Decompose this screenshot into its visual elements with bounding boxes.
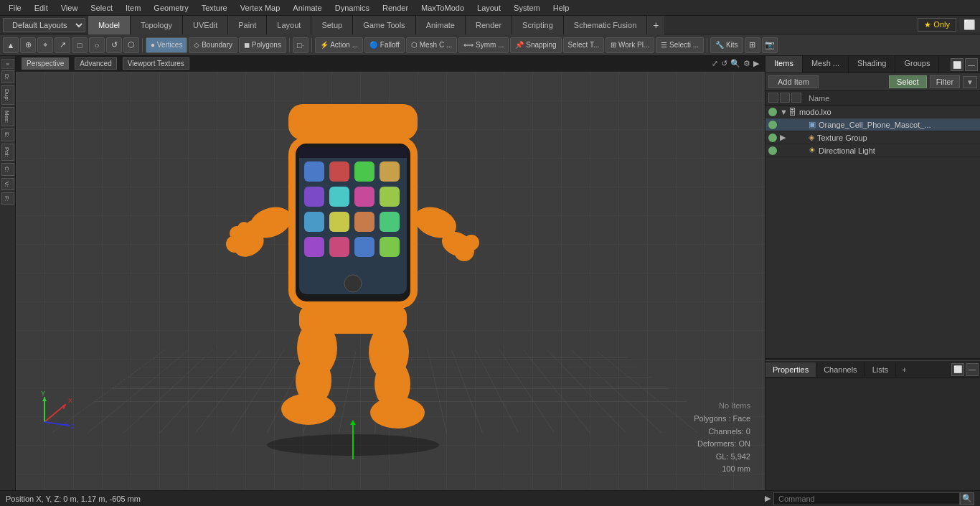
menu-dynamics[interactable]: Dynamics bbox=[329, 2, 375, 14]
tool-polygons-btn[interactable]: ◼ Polygons bbox=[239, 37, 286, 53]
vp-reset-btn[interactable]: ↺ bbox=[721, 59, 727, 68]
tool-grid-icon[interactable]: ⊞ bbox=[745, 37, 760, 53]
tool-arrow-icon[interactable]: ↗ bbox=[55, 37, 70, 53]
right-tab-items[interactable]: Items bbox=[765, 56, 803, 72]
tab-uvedit[interactable]: UVEdit bbox=[183, 16, 228, 34]
tab-animate[interactable]: Animate bbox=[416, 16, 466, 34]
sidebar-section-f[interactable]: F: bbox=[1, 192, 14, 205]
tool-select-t-btn[interactable]: Select T... bbox=[563, 37, 605, 53]
right-tab-groups[interactable]: Groups bbox=[895, 56, 939, 72]
right-panel-expand-btn[interactable]: ⬜ bbox=[951, 58, 963, 71]
tool-symm-btn[interactable]: ⟺ Symm ... bbox=[458, 37, 509, 53]
tool-camera-icon[interactable]: 📷 bbox=[762, 37, 778, 53]
props-tab-channels[interactable]: Channels bbox=[816, 362, 864, 377]
tool-circle-icon[interactable]: ○ bbox=[89, 37, 105, 53]
right-tab-mesh[interactable]: Mesh ... bbox=[803, 56, 849, 72]
vp-expand-btn[interactable]: ▶ bbox=[753, 59, 759, 68]
vp-tab-textures[interactable]: Viewport Textures bbox=[123, 57, 189, 70]
item-expand-arrow[interactable]: ▼ bbox=[780, 108, 788, 116]
tool-snapping-btn[interactable]: 📌 Snapping bbox=[510, 37, 561, 53]
item-mascot[interactable]: ▣ Orange_Cell_Phone_Mascot_... bbox=[765, 118, 980, 131]
menu-file[interactable]: File bbox=[3, 2, 27, 14]
sidebar-section-mes[interactable]: Mes: bbox=[1, 107, 14, 126]
tab-paint[interactable]: Paint bbox=[228, 16, 267, 34]
menu-system[interactable]: System bbox=[508, 2, 546, 14]
maximize-button[interactable]: ⬜ bbox=[959, 18, 980, 32]
item-expand-arrow-2[interactable]: ▶ bbox=[780, 133, 788, 142]
vp-tab-perspective[interactable]: Perspective bbox=[22, 57, 69, 70]
item-dir-light[interactable]: ☀ Directional Light bbox=[765, 144, 980, 157]
sidebar-top-btn[interactable]: ≡ bbox=[1, 59, 14, 69]
header-icon-2[interactable] bbox=[780, 93, 790, 103]
menu-vertex-map[interactable]: Vertex Map bbox=[235, 2, 286, 14]
tool-falloff-btn[interactable]: 🔵 Falloff bbox=[364, 37, 405, 53]
tool-kits-btn[interactable]: 🔧 Kits bbox=[710, 37, 743, 53]
menu-animate[interactable]: Animate bbox=[287, 2, 327, 14]
vp-tab-advanced[interactable]: Advanced bbox=[75, 57, 116, 70]
menu-texture[interactable]: Texture bbox=[196, 2, 233, 14]
layout-dropdown[interactable]: Default Layouts bbox=[3, 18, 85, 32]
props-tab-lists[interactable]: Lists bbox=[865, 362, 897, 377]
viewport-canvas[interactable]: X Y Z No Items Polygons : Face Channels:… bbox=[16, 72, 765, 490]
menu-select[interactable]: Select bbox=[85, 2, 118, 14]
tab-add-button[interactable]: + bbox=[647, 16, 664, 34]
tool-transform-icon[interactable]: ⌖ bbox=[37, 37, 53, 53]
props-tab-add[interactable]: + bbox=[896, 362, 912, 377]
tab-topology[interactable]: Topology bbox=[131, 16, 183, 34]
tab-schematic-fusion[interactable]: Schematic Fusion bbox=[564, 16, 647, 34]
header-icon-1[interactable] bbox=[768, 93, 778, 103]
menu-maxtomodo[interactable]: MaxToModo bbox=[415, 2, 470, 14]
props-collapse-btn[interactable]: — bbox=[966, 363, 979, 376]
sidebar-section-e[interactable]: E: bbox=[1, 128, 14, 141]
viewport[interactable]: Perspective Advanced Viewport Textures ⤢… bbox=[16, 56, 765, 490]
menu-help[interactable]: Help bbox=[547, 2, 575, 14]
props-expand-btn[interactable]: ⬜ bbox=[951, 363, 964, 376]
sidebar-section-d[interactable]: D: bbox=[1, 70, 14, 83]
tool-hex-icon[interactable]: ⬡ bbox=[123, 37, 139, 53]
item-texture-group[interactable]: ▶ ◈ Texture Group bbox=[765, 131, 980, 144]
tool-vertices-btn[interactable]: ● Vertices bbox=[146, 37, 187, 53]
tab-layout[interactable]: Layout bbox=[267, 16, 311, 34]
sidebar-section-v[interactable]: V: bbox=[1, 178, 14, 190]
menu-view[interactable]: View bbox=[55, 2, 84, 14]
tool-action-btn[interactable]: ⚡ Action ... bbox=[315, 37, 363, 53]
select-button[interactable]: Select bbox=[889, 75, 927, 88]
tool-mesh-icon[interactable]: □· bbox=[293, 37, 308, 53]
only-button[interactable]: ★ Only bbox=[918, 18, 956, 32]
menu-layout[interactable]: Layout bbox=[471, 2, 507, 14]
header-icon-3[interactable] bbox=[791, 93, 801, 103]
item-modo-lxo[interactable]: ▼ 🗄 modo.lxo bbox=[765, 106, 980, 118]
items-list[interactable]: ▼ 🗄 modo.lxo ▣ Orange_Cell_Phone_Mascot_… bbox=[765, 106, 980, 358]
add-item-button[interactable]: Add Item bbox=[768, 75, 819, 88]
sidebar-section-dup[interactable]: Dup: bbox=[1, 85, 14, 105]
tool-select-icon[interactable]: ▲ bbox=[3, 37, 19, 53]
tool-selecti-btn[interactable]: ☰ Selecti ... bbox=[656, 37, 704, 53]
vp-settings-btn[interactable]: ⚙ bbox=[743, 59, 750, 68]
items-menu-btn[interactable]: ▼ bbox=[963, 76, 977, 88]
menu-edit[interactable]: Edit bbox=[29, 2, 54, 14]
tool-rotate-icon[interactable]: ↺ bbox=[106, 37, 122, 53]
tool-world-icon[interactable]: ⊕ bbox=[20, 37, 36, 53]
tab-setup[interactable]: Setup bbox=[311, 16, 353, 34]
filter-button[interactable]: Filter bbox=[930, 75, 960, 88]
tool-boundary-btn[interactable]: ◇ Boundary bbox=[189, 37, 237, 53]
tab-scripting[interactable]: Scripting bbox=[512, 16, 564, 34]
tab-render[interactable]: Render bbox=[466, 16, 512, 34]
menu-item[interactable]: Item bbox=[120, 2, 146, 14]
menu-geometry[interactable]: Geometry bbox=[148, 2, 194, 14]
sidebar-section-pol[interactable]: Pol: bbox=[1, 144, 14, 161]
tool-mesh-c-btn[interactable]: ⬡ Mesh C ... bbox=[406, 37, 457, 53]
tool-rect-icon[interactable]: □ bbox=[72, 37, 88, 53]
tool-work-pl-btn[interactable]: ⊞ Work Pl... bbox=[606, 37, 654, 53]
vp-maximize-btn[interactable]: ⤢ bbox=[712, 59, 718, 68]
command-search-btn[interactable]: 🔍 bbox=[960, 492, 974, 505]
tab-model[interactable]: Model bbox=[88, 16, 131, 34]
sidebar-section-c[interactable]: C: bbox=[1, 163, 14, 176]
right-panel-collapse-btn[interactable]: — bbox=[965, 58, 978, 71]
command-input[interactable] bbox=[773, 492, 960, 505]
right-tab-shading[interactable]: Shading bbox=[849, 56, 895, 72]
vp-search-btn[interactable]: 🔍 bbox=[730, 59, 740, 68]
tab-game-tools[interactable]: Game Tools bbox=[353, 16, 416, 34]
props-tab-properties[interactable]: Properties bbox=[765, 362, 816, 377]
menu-render[interactable]: Render bbox=[377, 2, 414, 14]
